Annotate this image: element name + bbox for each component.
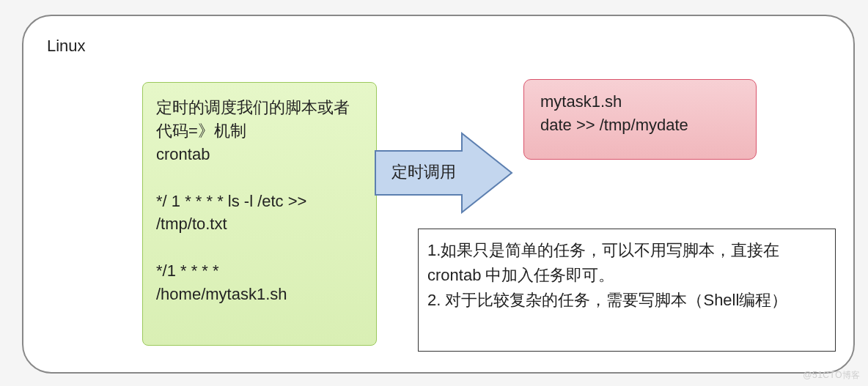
notes-box: 1.如果只是简单的任务，可以不用写脚本，直接在crontab 中加入任务即可。 …	[418, 229, 836, 352]
watermark: @51CTO博客	[803, 369, 861, 382]
green-line-4: /tmp/to.txt	[156, 212, 363, 236]
panel-title: Linux	[47, 37, 86, 56]
arrow-label: 定时调用	[391, 161, 456, 183]
crontab-config-box: 定时的调度我们的脚本或者代码=》机制 crontab */ 1 * * * * …	[142, 82, 377, 346]
green-line-6: /home/mytask1.sh	[156, 283, 363, 306]
red-line-1: mytask1.sh	[540, 90, 740, 114]
green-line-2: crontab	[156, 143, 363, 166]
green-line-1: 定时的调度我们的脚本或者代码=》机制	[156, 96, 363, 143]
note-2: 2. 对于比较复杂的任务，需要写脚本（Shell编程）	[427, 288, 826, 313]
green-line-5: */1 * * * *	[156, 259, 363, 283]
linux-panel: Linux 定时的调度我们的脚本或者代码=》机制 crontab */ 1 * …	[22, 15, 855, 374]
arrow-block: 定时调用	[374, 132, 513, 214]
green-line-3: */ 1 * * * * ls -l /etc >>	[156, 190, 363, 213]
script-box: mytask1.sh date >> /tmp/mydate	[523, 79, 757, 160]
red-line-2: date >> /tmp/mydate	[540, 114, 740, 137]
note-1: 1.如果只是简单的任务，可以不用写脚本，直接在crontab 中加入任务即可。	[427, 238, 826, 288]
